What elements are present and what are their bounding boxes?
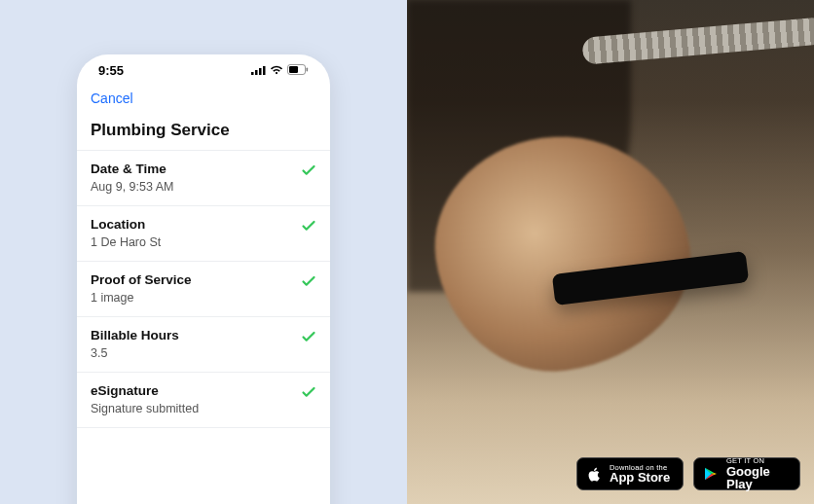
cancel-button[interactable]: Cancel — [91, 90, 133, 106]
status-indicators — [251, 63, 309, 78]
field-label: Location — [91, 217, 316, 232]
store-badges: Download on the App Store GET IT ON Goog… — [576, 457, 800, 490]
svg-rect-6 — [307, 67, 309, 71]
form-field-list: Date & Time Aug 9, 9:53 AM Location 1 De… — [77, 150, 330, 504]
field-label: eSignature — [91, 383, 316, 398]
svg-rect-1 — [255, 70, 258, 75]
battery-icon — [287, 63, 309, 78]
check-icon — [301, 329, 316, 344]
cellular-icon — [251, 63, 266, 78]
field-datetime[interactable]: Date & Time Aug 9, 9:53 AM — [77, 150, 330, 205]
check-icon — [301, 218, 316, 234]
apple-icon — [585, 465, 603, 483]
badge-bottom-line: Google Play — [726, 465, 792, 490]
field-billable-hours[interactable]: Billable Hours 3.5 — [77, 316, 330, 372]
field-value: 1 image — [91, 291, 316, 305]
check-icon — [301, 162, 316, 178]
svg-rect-3 — [263, 66, 266, 75]
marketing-photo: Download on the App Store GET IT ON Goog… — [407, 0, 814, 504]
field-value: Aug 9, 9:53 AM — [91, 180, 316, 194]
status-bar: 9:55 — [77, 54, 330, 86]
field-value: 1 De Haro St — [91, 235, 316, 249]
wifi-icon — [270, 63, 283, 78]
phone-mockup: 9:55 Cancel Plumbing Service Date & Time… — [77, 54, 330, 504]
svg-rect-0 — [251, 72, 254, 75]
badge-text: Download on the App Store — [610, 464, 670, 485]
google-play-icon — [702, 465, 720, 483]
app-store-badge[interactable]: Download on the App Store — [576, 457, 684, 490]
field-label: Billable Hours — [91, 328, 316, 342]
field-proof-of-service[interactable]: Proof of Service 1 image — [77, 261, 330, 316]
field-label: Proof of Service — [91, 272, 316, 287]
svg-rect-5 — [289, 66, 298, 73]
check-icon — [301, 273, 316, 289]
badge-text: GET IT ON Google Play — [726, 457, 792, 490]
nav-bar: Cancel — [77, 86, 330, 115]
field-location[interactable]: Location 1 De Haro St — [77, 205, 330, 261]
check-icon — [301, 384, 316, 400]
field-esignature[interactable]: eSignature Signature submitted — [77, 372, 330, 428]
badge-bottom-line: App Store — [610, 471, 670, 484]
google-play-badge[interactable]: GET IT ON Google Play — [693, 457, 800, 490]
status-time: 9:55 — [98, 63, 124, 78]
field-value: 3.5 — [91, 346, 316, 360]
page-title: Plumbing Service — [77, 115, 330, 150]
field-label: Date & Time — [91, 162, 316, 176]
svg-rect-2 — [259, 68, 262, 75]
field-value: Signature submitted — [91, 402, 316, 415]
marketing-left-panel: 9:55 Cancel Plumbing Service Date & Time… — [0, 0, 407, 504]
